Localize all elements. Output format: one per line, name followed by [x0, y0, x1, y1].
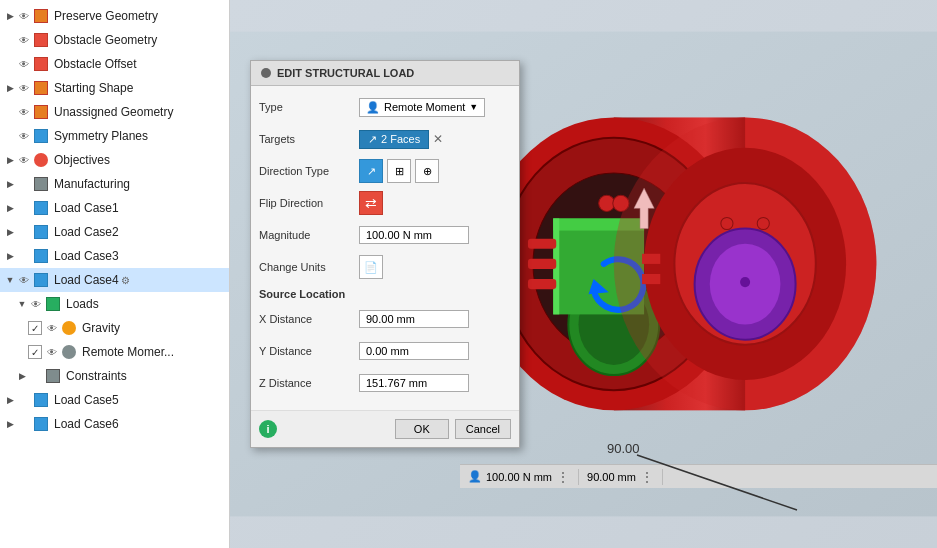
direction-type-label: Direction Type	[259, 165, 359, 177]
tree-item-lc5[interactable]: ▶ Load Case5	[0, 388, 229, 412]
svg-rect-16	[528, 259, 556, 269]
icon-symmetry	[32, 127, 50, 145]
icon-lc6	[32, 415, 50, 433]
tree-item-obstacle[interactable]: 👁 Obstacle Geometry	[0, 28, 229, 52]
icon-manufacturing	[32, 175, 50, 193]
icon-lc4	[32, 271, 50, 289]
targets-clear-button[interactable]: ✕	[433, 132, 443, 146]
dir-icon-3[interactable]: ⊕	[415, 159, 439, 183]
label-lc3: Load Case3	[54, 249, 119, 263]
eye-objectives[interactable]: 👁	[16, 152, 32, 168]
z-distance-input[interactable]	[359, 374, 469, 392]
arrow-lc2[interactable]: ▶	[4, 226, 16, 238]
magnitude-input[interactable]	[359, 226, 469, 244]
arrow-manufacturing[interactable]: ▶	[4, 178, 16, 190]
y-distance-control	[359, 342, 511, 360]
label-lc4: Load Case4	[54, 273, 119, 287]
eye-remote[interactable]: 👁	[44, 344, 60, 360]
targets-button[interactable]: ↗ 2 Faces	[359, 130, 429, 149]
footer-buttons: OK Cancel	[395, 419, 511, 439]
eye-obstacle[interactable]: 👁	[16, 32, 32, 48]
tree-item-symmetry[interactable]: 👁 Symmetry Planes	[0, 124, 229, 148]
dir-icon-2[interactable]: ⊞	[387, 159, 411, 183]
tree-item-unassigned[interactable]: 👁 Unassigned Geometry	[0, 100, 229, 124]
tree-item-constraints[interactable]: ▶ Constraints	[0, 364, 229, 388]
z-distance-row: Z Distance	[259, 370, 511, 396]
z-distance-control	[359, 374, 511, 392]
svg-line-31	[637, 455, 797, 510]
tree-item-offset[interactable]: 👁 Obstacle Offset	[0, 52, 229, 76]
flip-direction-control: ⇄	[359, 191, 511, 215]
magnitude-control	[359, 226, 511, 244]
tree-item-lc2[interactable]: ▶ Load Case2	[0, 220, 229, 244]
info-icon[interactable]: i	[259, 420, 277, 438]
dir-icon-1[interactable]: ↗	[359, 159, 383, 183]
targets-control: ↗ 2 Faces ✕	[359, 130, 511, 149]
icon-constraints	[44, 367, 62, 385]
eye-symmetry[interactable]: 👁	[16, 128, 32, 144]
tree-item-remote[interactable]: 👁 Remote Momer...	[0, 340, 229, 364]
tree-item-starting[interactable]: ▶ 👁 Starting Shape	[0, 76, 229, 100]
ok-button[interactable]: OK	[395, 419, 449, 439]
dialog-dot	[261, 68, 271, 78]
label-lc5: Load Case5	[54, 393, 119, 407]
type-dropdown-arrow: ▼	[469, 102, 478, 112]
svg-point-26	[740, 277, 750, 287]
eye-offset[interactable]: 👁	[16, 56, 32, 72]
status-icon-1: 👤	[468, 470, 482, 483]
y-distance-input[interactable]	[359, 342, 469, 360]
tree-item-preserve[interactable]: ▶ 👁 Preserve Geometry	[0, 4, 229, 28]
change-units-label: Change Units	[259, 261, 359, 273]
checkbox-remote[interactable]	[28, 345, 42, 359]
arrow-offset	[4, 58, 16, 70]
tree-item-lc1[interactable]: ▶ Load Case1	[0, 196, 229, 220]
type-dropdown-value: Remote Moment	[384, 101, 465, 113]
flip-direction-button[interactable]: ⇄	[359, 191, 383, 215]
type-dropdown[interactable]: 👤 Remote Moment ▼	[359, 98, 485, 117]
eye-preserve[interactable]: 👁	[16, 8, 32, 24]
change-units-row: Change Units 📄	[259, 254, 511, 280]
type-control: 👤 Remote Moment ▼	[359, 98, 511, 117]
icon-lc5	[32, 391, 50, 409]
dialog-title: EDIT STRUCTURAL LOAD	[277, 67, 414, 79]
gear-lc4[interactable]: ⚙	[119, 273, 133, 287]
flip-direction-row: Flip Direction ⇄	[259, 190, 511, 216]
label-preserve: Preserve Geometry	[54, 9, 158, 23]
type-row: Type 👤 Remote Moment ▼	[259, 94, 511, 120]
cancel-button[interactable]: Cancel	[455, 419, 511, 439]
eye-gravity[interactable]: 👁	[44, 320, 60, 336]
label-offset: Obstacle Offset	[54, 57, 136, 71]
arrow-lc6[interactable]: ▶	[4, 418, 16, 430]
eye-lc4[interactable]: 👁	[16, 272, 32, 288]
change-units-button[interactable]: 📄	[359, 255, 383, 279]
tree-item-loads[interactable]: ▼ 👁 Loads	[0, 292, 229, 316]
eye-starting[interactable]: 👁	[16, 80, 32, 96]
arrow-objectives[interactable]: ▶	[4, 154, 16, 166]
arrow-preserve[interactable]: ▶	[4, 10, 16, 22]
dialog-footer: i OK Cancel	[251, 410, 519, 447]
svg-point-28	[757, 217, 769, 229]
tree-item-lc6[interactable]: ▶ Load Case6	[0, 412, 229, 436]
x-distance-input[interactable]	[359, 310, 469, 328]
icon-objectives	[32, 151, 50, 169]
y-distance-label: Y Distance	[259, 345, 359, 357]
tree-item-lc3[interactable]: ▶ Load Case3	[0, 244, 229, 268]
eye-unassigned[interactable]: 👁	[16, 104, 32, 120]
arrow-constraints[interactable]: ▶	[16, 370, 28, 382]
tree-item-manufacturing[interactable]: ▶ Manufacturing	[0, 172, 229, 196]
label-obstacle: Obstacle Geometry	[54, 33, 157, 47]
arrow-loads[interactable]: ▼	[16, 298, 28, 310]
status-item-1: 👤 100.00 N mm ⋮	[468, 469, 579, 485]
arrow-lc5[interactable]: ▶	[4, 394, 16, 406]
arrow-starting[interactable]: ▶	[4, 82, 16, 94]
arrow-lc1[interactable]: ▶	[4, 202, 16, 214]
tree-item-objectives[interactable]: ▶ 👁 Objectives	[0, 148, 229, 172]
arrow-lc4[interactable]: ▼	[4, 274, 16, 286]
eye-loads[interactable]: 👁	[28, 296, 44, 312]
magnitude-row: Magnitude	[259, 222, 511, 248]
tree-item-lc4[interactable]: ▼ 👁 Load Case4 ⚙	[0, 268, 229, 292]
checkbox-gravity[interactable]	[28, 321, 42, 335]
tree-item-gravity[interactable]: 👁 Gravity	[0, 316, 229, 340]
direction-type-row: Direction Type ↗ ⊞ ⊕	[259, 158, 511, 184]
arrow-lc3[interactable]: ▶	[4, 250, 16, 262]
